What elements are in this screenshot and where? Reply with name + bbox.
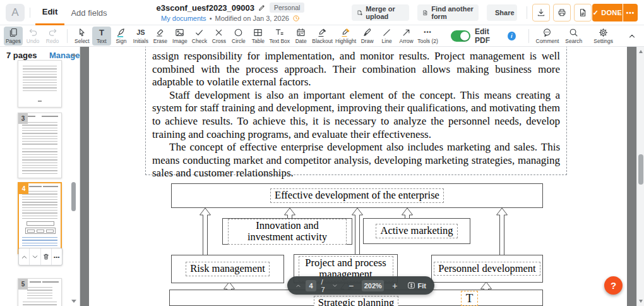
diagram-label-field[interactable]: Effective development of the enterprise [270, 188, 444, 203]
move-page-up-button[interactable] [19, 248, 30, 265]
edit-pdf-label: Edit PDF [475, 27, 503, 45]
main-scrollbar[interactable] [636, 47, 644, 306]
move-page-down-button[interactable] [30, 248, 40, 265]
sidebar-scroll-down-arrow[interactable] [71, 300, 76, 303]
diagram-label-field[interactable]: Strategic planning [314, 296, 399, 306]
page-down-icon[interactable] [332, 283, 338, 289]
zoom-level-value[interactable]: 202% [362, 280, 384, 291]
document-title: e3sconf_uesf2023_09003 [157, 3, 254, 13]
header-divider-2 [527, 6, 527, 19]
scrollbar-thumb[interactable] [638, 154, 643, 185]
diagram-label-field[interactable]: Active marketing [376, 224, 457, 238]
toolbar-item-select[interactable]: Select [73, 27, 92, 46]
zoom-out-button[interactable]: − [349, 281, 354, 290]
toolbar-label: Text Box [269, 38, 290, 44]
toolbar-label: Pages [6, 38, 21, 44]
find-another-form-button[interactable]: Find another form [417, 4, 479, 21]
pdf-page: assign responsibility for implementation… [89, 47, 627, 306]
toolbar-item-image[interactable]: Image [170, 27, 189, 46]
diagram-box-personnel: Personnel development [431, 255, 543, 283]
scroll-down-arrow[interactable] [639, 300, 643, 303]
circle-icon [234, 28, 243, 37]
toolbar-item-table[interactable]: Table [249, 27, 268, 46]
done-more-button[interactable]: ••• [623, 4, 638, 21]
undo-icon [28, 28, 38, 37]
scroll-up-arrow[interactable] [639, 50, 643, 53]
app-logo[interactable]: A [6, 4, 25, 21]
toolbar-label: Cross [212, 38, 226, 44]
page-up-icon[interactable] [295, 283, 301, 289]
personal-badge: Personal [270, 3, 304, 13]
diagram-label-field[interactable]: Risk management [186, 262, 270, 276]
current-page-input[interactable]: 4 [306, 280, 317, 291]
merge-or-upload-button[interactable]: Merge or upload [352, 4, 409, 21]
toolbar-item-search[interactable]: Search [563, 27, 584, 46]
text-insert-cursor[interactable]: T [461, 291, 478, 306]
page-thumbnail-3[interactable]: 3 [18, 113, 62, 178]
toolbar-label: Comment [536, 38, 559, 44]
check-icon [194, 28, 204, 37]
thumbnail-header-line [30, 281, 41, 283]
merge-button-label: Merge or upload [366, 5, 404, 20]
toolbar-item-blackout[interactable]: Blackout [311, 27, 334, 46]
share-button[interactable]: Share [487, 4, 517, 21]
toolbar-item-draw[interactable]: Draw [358, 27, 377, 46]
page-thumbnail-2[interactable] [18, 60, 62, 107]
toolbar-item-date[interactable]: Date [292, 27, 311, 46]
collapse-toolbar-icon[interactable] [624, 27, 640, 46]
download-button[interactable] [532, 4, 550, 21]
my-documents-link[interactable]: My documents [161, 15, 206, 22]
info-icon[interactable]: i [508, 32, 516, 40]
comment-icon [542, 28, 552, 37]
toolbar-item-line[interactable]: Line [378, 27, 397, 46]
page-controls: ••• [18, 248, 63, 266]
toolbar-item-pages[interactable]: Pages [4, 27, 23, 46]
delete-page-button[interactable] [41, 248, 52, 265]
zoom-in-button[interactable]: + [392, 281, 397, 290]
merge-doc-icon [357, 9, 362, 17]
page-more-options-button[interactable]: ••• [52, 248, 62, 265]
toolbar-item-initials[interactable]: JS Initials [131, 27, 150, 46]
save-as-button[interactable] [574, 4, 592, 21]
toolbar-item-text[interactable]: T Text [92, 27, 111, 46]
tab-edit[interactable]: Edit [35, 0, 64, 25]
thumbnail-header-line [42, 116, 58, 117]
toolbar-divider [528, 29, 529, 43]
search-icon [569, 28, 578, 37]
toolbar-item-check[interactable]: Check [190, 27, 209, 46]
diagram-label-field[interactable]: Personnel development [434, 262, 540, 276]
sidebar-scroll-up-arrow[interactable] [71, 53, 76, 56]
toolbar-item-tools[interactable]: ••• Tools (2) [417, 27, 439, 46]
toolbar-item-highlight[interactable]: Highlight [334, 27, 357, 46]
edit-pdf-toggle[interactable] [451, 30, 470, 42]
toolbar-item-comment[interactable]: Comment [534, 27, 561, 46]
rename-pencil-icon[interactable] [258, 4, 266, 11]
toolbar-item-undo[interactable]: Undo [23, 27, 42, 46]
sidebar-scrollbar-thumb[interactable] [71, 182, 76, 211]
toolbar-item-cross[interactable]: Cross [210, 27, 229, 46]
done-button[interactable]: ✓ DONE [592, 4, 623, 21]
toolbar-item-arrow[interactable]: Arrow [397, 27, 416, 46]
draw-brush-icon [362, 28, 372, 37]
tab-add-fields[interactable]: Add fields [69, 0, 109, 25]
toolbar-label: Highlight [335, 38, 356, 44]
toolbar-label: Table [252, 38, 265, 44]
fit-button[interactable]: Fit [407, 281, 426, 290]
toolbar-item-text-box[interactable]: Text Box [268, 27, 291, 46]
pages-count: 7 pages [6, 51, 37, 60]
toolbar-item-sign[interactable]: Sign [112, 27, 131, 46]
toolbar-item-redo[interactable]: Redo [43, 27, 62, 46]
page-thumbnail-4-selected[interactable]: 4 [18, 182, 62, 254]
page-number-label: 3 [18, 113, 28, 124]
thumbnail-content [23, 66, 57, 91]
diagram-label-field[interactable]: Innovation and investment activity [228, 219, 347, 245]
save-as-icon [578, 8, 587, 17]
find-form-icon [422, 9, 428, 17]
help-button[interactable]: ? [604, 276, 623, 295]
toolbar-item-erase[interactable]: Erase [151, 27, 170, 46]
print-button[interactable] [553, 4, 571, 21]
modified-date: Modified on Jan 3, 2026 [215, 15, 289, 22]
toolbar-item-settings[interactable]: Settings [592, 27, 615, 46]
toolbar-item-circle[interactable]: Circle [229, 27, 248, 46]
page-thumbnail-5[interactable]: 5 [18, 278, 62, 306]
